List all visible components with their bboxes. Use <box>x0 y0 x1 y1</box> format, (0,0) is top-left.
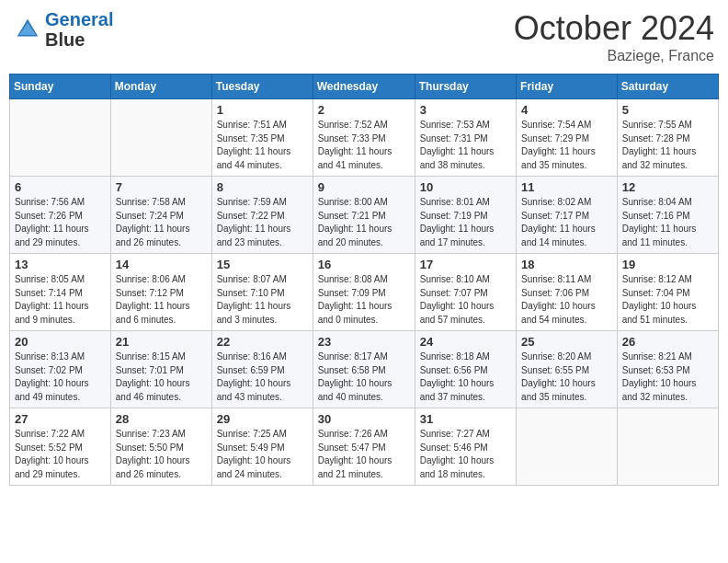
day-info: Sunrise: 8:08 AMSunset: 7:09 PMDaylight:… <box>318 273 410 327</box>
weekday-header: Friday <box>517 75 618 99</box>
logo-line1: General <box>45 9 113 29</box>
calendar-cell: 26Sunrise: 8:21 AMSunset: 6:53 PMDayligh… <box>617 331 718 408</box>
calendar-cell: 5Sunrise: 7:55 AMSunset: 7:28 PMDaylight… <box>617 99 718 177</box>
logo-line2: Blue <box>45 29 113 50</box>
calendar-cell: 10Sunrise: 8:01 AMSunset: 7:19 PMDayligh… <box>415 177 516 254</box>
weekday-header: Sunday <box>10 75 111 99</box>
day-info: Sunrise: 8:21 AMSunset: 6:53 PMDaylight:… <box>622 350 713 404</box>
day-number: 25 <box>521 335 612 349</box>
calendar-cell: 14Sunrise: 8:06 AMSunset: 7:12 PMDayligh… <box>110 254 211 331</box>
calendar-cell: 24Sunrise: 8:18 AMSunset: 6:56 PMDayligh… <box>415 331 516 408</box>
calendar-cell: 11Sunrise: 8:02 AMSunset: 7:17 PMDayligh… <box>517 177 618 254</box>
day-number: 21 <box>116 335 207 349</box>
logo-text: General Blue <box>45 9 113 50</box>
day-number: 12 <box>622 180 713 194</box>
calendar-cell: 25Sunrise: 8:20 AMSunset: 6:55 PMDayligh… <box>517 331 618 408</box>
day-info: Sunrise: 7:27 AMSunset: 5:46 PMDaylight:… <box>420 428 511 481</box>
day-info: Sunrise: 8:04 AMSunset: 7:16 PMDaylight:… <box>622 196 713 249</box>
day-info: Sunrise: 7:56 AMSunset: 7:26 PMDaylight:… <box>15 196 106 249</box>
calendar-cell: 29Sunrise: 7:25 AMSunset: 5:49 PMDayligh… <box>211 408 313 486</box>
day-number: 17 <box>420 258 511 271</box>
weekday-header: Saturday <box>617 75 718 99</box>
calendar-cell: 22Sunrise: 8:16 AMSunset: 6:59 PMDayligh… <box>211 331 313 408</box>
day-info: Sunrise: 7:54 AMSunset: 7:29 PMDaylight:… <box>521 119 612 172</box>
calendar-week-row: 13Sunrise: 8:05 AMSunset: 7:14 PMDayligh… <box>10 254 719 331</box>
day-info: Sunrise: 8:20 AMSunset: 6:55 PMDaylight:… <box>521 350 612 404</box>
day-info: Sunrise: 8:01 AMSunset: 7:19 PMDaylight:… <box>420 196 511 249</box>
day-info: Sunrise: 8:02 AMSunset: 7:17 PMDaylight:… <box>521 196 612 249</box>
calendar-cell: 23Sunrise: 8:17 AMSunset: 6:58 PMDayligh… <box>313 331 415 408</box>
day-info: Sunrise: 7:23 AMSunset: 5:50 PMDaylight:… <box>116 428 207 481</box>
day-info: Sunrise: 8:00 AMSunset: 7:21 PMDaylight:… <box>318 196 410 249</box>
calendar-header: SundayMondayTuesdayWednesdayThursdayFrid… <box>10 75 719 99</box>
calendar-week-row: 20Sunrise: 8:13 AMSunset: 7:02 PMDayligh… <box>10 331 719 408</box>
calendar-cell: 1Sunrise: 7:51 AMSunset: 7:35 PMDaylight… <box>211 99 313 177</box>
day-number: 28 <box>116 412 207 426</box>
calendar-cell: 31Sunrise: 7:27 AMSunset: 5:46 PMDayligh… <box>415 408 516 486</box>
page-header: General Blue October 2024 Baziege, Franc… <box>9 9 719 64</box>
header-row: SundayMondayTuesdayWednesdayThursdayFrid… <box>10 75 719 99</box>
day-info: Sunrise: 8:06 AMSunset: 7:12 PMDaylight:… <box>116 273 207 327</box>
calendar-cell: 9Sunrise: 8:00 AMSunset: 7:21 PMDaylight… <box>313 177 415 254</box>
month-title: October 2024 <box>514 9 714 48</box>
day-info: Sunrise: 8:17 AMSunset: 6:58 PMDaylight:… <box>318 350 410 404</box>
calendar-cell: 21Sunrise: 8:15 AMSunset: 7:01 PMDayligh… <box>110 331 211 408</box>
day-info: Sunrise: 8:15 AMSunset: 7:01 PMDaylight:… <box>116 350 207 404</box>
day-number: 14 <box>116 258 207 271</box>
day-number: 10 <box>420 180 511 194</box>
calendar-week-row: 27Sunrise: 7:22 AMSunset: 5:52 PMDayligh… <box>10 408 719 486</box>
calendar-cell: 3Sunrise: 7:53 AMSunset: 7:31 PMDaylight… <box>415 99 516 177</box>
day-number: 1 <box>217 103 308 117</box>
day-number: 15 <box>217 258 308 271</box>
day-number: 4 <box>521 103 612 117</box>
day-number: 26 <box>622 335 713 349</box>
day-number: 29 <box>217 412 308 426</box>
day-number: 9 <box>318 180 410 194</box>
calendar-cell: 18Sunrise: 8:11 AMSunset: 7:06 PMDayligh… <box>517 254 618 331</box>
calendar-cell: 12Sunrise: 8:04 AMSunset: 7:16 PMDayligh… <box>617 177 718 254</box>
calendar-cell: 20Sunrise: 8:13 AMSunset: 7:02 PMDayligh… <box>10 331 111 408</box>
logo-icon <box>14 16 41 43</box>
day-info: Sunrise: 8:10 AMSunset: 7:07 PMDaylight:… <box>420 273 511 327</box>
day-info: Sunrise: 7:52 AMSunset: 7:33 PMDaylight:… <box>318 119 410 172</box>
calendar-cell: 15Sunrise: 8:07 AMSunset: 7:10 PMDayligh… <box>211 254 313 331</box>
day-info: Sunrise: 8:13 AMSunset: 7:02 PMDaylight:… <box>15 350 106 404</box>
day-info: Sunrise: 7:25 AMSunset: 5:49 PMDaylight:… <box>217 428 308 481</box>
day-number: 2 <box>318 103 410 117</box>
day-info: Sunrise: 8:05 AMSunset: 7:14 PMDaylight:… <box>15 273 106 327</box>
day-number: 5 <box>622 103 713 117</box>
day-info: Sunrise: 8:18 AMSunset: 6:56 PMDaylight:… <box>420 350 511 404</box>
calendar-cell: 17Sunrise: 8:10 AMSunset: 7:07 PMDayligh… <box>415 254 516 331</box>
day-info: Sunrise: 7:26 AMSunset: 5:47 PMDaylight:… <box>318 428 410 481</box>
day-info: Sunrise: 7:22 AMSunset: 5:52 PMDaylight:… <box>15 428 106 481</box>
day-number: 16 <box>318 258 410 271</box>
day-number: 18 <box>521 258 612 271</box>
day-info: Sunrise: 7:53 AMSunset: 7:31 PMDaylight:… <box>420 119 511 172</box>
calendar-cell: 19Sunrise: 8:12 AMSunset: 7:04 PMDayligh… <box>617 254 718 331</box>
day-number: 7 <box>116 180 207 194</box>
calendar-week-row: 6Sunrise: 7:56 AMSunset: 7:26 PMDaylight… <box>10 177 719 254</box>
day-number: 13 <box>15 258 106 271</box>
calendar-body: 1Sunrise: 7:51 AMSunset: 7:35 PMDaylight… <box>10 99 719 486</box>
weekday-header: Tuesday <box>211 75 313 99</box>
location: Baziege, France <box>514 48 714 64</box>
calendar-cell: 30Sunrise: 7:26 AMSunset: 5:47 PMDayligh… <box>313 408 415 486</box>
day-number: 30 <box>318 412 410 426</box>
calendar-cell: 28Sunrise: 7:23 AMSunset: 5:50 PMDayligh… <box>110 408 211 486</box>
day-info: Sunrise: 8:11 AMSunset: 7:06 PMDaylight:… <box>521 273 612 327</box>
calendar-cell <box>517 408 618 486</box>
calendar-cell: 7Sunrise: 7:58 AMSunset: 7:24 PMDaylight… <box>110 177 211 254</box>
calendar-cell <box>110 99 211 177</box>
calendar-cell: 27Sunrise: 7:22 AMSunset: 5:52 PMDayligh… <box>10 408 111 486</box>
day-info: Sunrise: 8:16 AMSunset: 6:59 PMDaylight:… <box>217 350 308 404</box>
day-number: 31 <box>420 412 511 426</box>
day-info: Sunrise: 8:07 AMSunset: 7:10 PMDaylight:… <box>217 273 308 327</box>
day-number: 3 <box>420 103 511 117</box>
day-number: 11 <box>521 180 612 194</box>
day-info: Sunrise: 7:51 AMSunset: 7:35 PMDaylight:… <box>217 119 308 172</box>
calendar-cell <box>617 408 718 486</box>
day-info: Sunrise: 7:59 AMSunset: 7:22 PMDaylight:… <box>217 196 308 249</box>
calendar-cell: 16Sunrise: 8:08 AMSunset: 7:09 PMDayligh… <box>313 254 415 331</box>
day-number: 24 <box>420 335 511 349</box>
calendar-cell: 8Sunrise: 7:59 AMSunset: 7:22 PMDaylight… <box>211 177 313 254</box>
